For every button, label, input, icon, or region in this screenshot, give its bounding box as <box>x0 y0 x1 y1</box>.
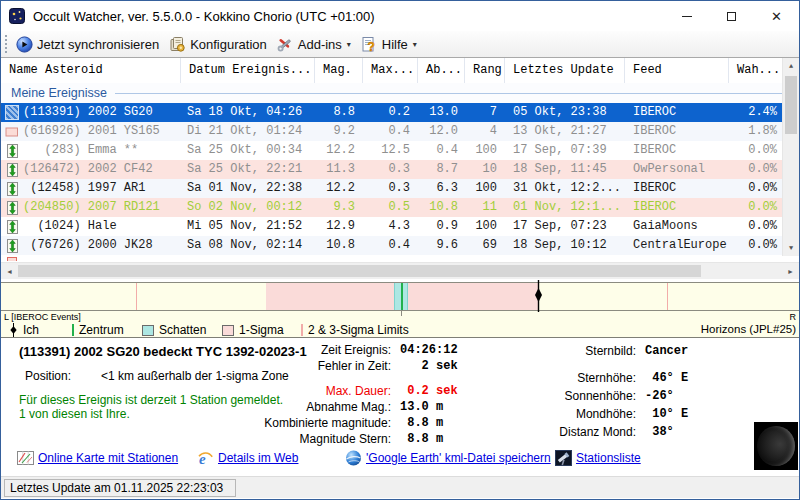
row-icon-cell <box>1 179 23 198</box>
toolbar: Jetzt synchronisierenKonfigurationAdd-in… <box>1 31 799 58</box>
detail-mid-label: Kombinierte magnitude: <box>151 415 391 431</box>
column-header-rang[interactable]: Rang <box>465 58 505 83</box>
station-arrows-icon <box>6 220 19 234</box>
cell-ab: 0.9 <box>418 217 465 236</box>
center-tick <box>401 311 402 316</box>
legend-label: Schatten <box>159 323 206 337</box>
detail-mid-label: Fehler in Zeit: <box>151 358 391 374</box>
column-header-max[interactable]: Max... <box>363 58 418 83</box>
toolbar-button-help[interactable]: ?Hilfe▾ <box>357 34 423 55</box>
center-line <box>401 283 403 310</box>
minimize-button[interactable] <box>664 1 709 31</box>
toolbar-button-configuration[interactable]: Konfiguration <box>165 34 273 55</box>
pinkbox-icon <box>222 325 234 336</box>
addins-icon <box>277 36 294 53</box>
table-row[interactable]: (283) Emma **Sa 25 Okt, 00:3412.212.50.4… <box>1 141 784 160</box>
row-icon-cell <box>1 217 23 236</box>
table-row[interactable]: (76726) 2000 JK28Sa 08 Nov, 02:1410.80.4… <box>1 236 784 255</box>
table-row[interactable]: (126472) 2002 CF42Sa 25 Okt, 22:2111.30.… <box>1 160 784 179</box>
detail-right-value: Cancer <box>636 342 688 360</box>
cyanbox-icon <box>142 325 154 336</box>
google-earth-icon <box>345 450 362 466</box>
group-header[interactable]: Meine Ereignisse <box>1 83 799 103</box>
column-header-mag[interactable]: Mag. <box>315 58 363 83</box>
station-arrows-icon <box>6 182 19 196</box>
detail-row: Mondhöhe: 10° E <box>499 405 688 423</box>
links-row: Online Karte mit StationeneDetails im We… <box>1 450 799 468</box>
column-header-ab[interactable]: Ab... <box>418 58 465 83</box>
station-note-2: 1 von diesen ist Ihre. <box>19 407 130 421</box>
detail-right-value: -26° <box>636 387 674 405</box>
cell-wahr: 1.8% <box>729 122 784 141</box>
column-header-date[interactable]: Datum Ereignis... <box>181 58 315 83</box>
column-header-wahr[interactable]: Wah... <box>729 58 784 83</box>
toolbar-button-label: Hilfe <box>382 37 408 52</box>
detail-mid-label: Magnitude Stern: <box>151 431 391 447</box>
vertical-scrollbar[interactable]: ▲ ▼ <box>782 58 799 256</box>
status-bar: Letztes Update am 01.11.2025 22:23:03 <box>1 476 799 498</box>
horizontal-scrollbar[interactable]: ◄ ► <box>1 262 799 279</box>
graph-plot-area <box>1 282 799 311</box>
cell-max: 12.5 <box>363 141 418 160</box>
scroll-right-icon[interactable]: ► <box>782 263 799 279</box>
table-row[interactable]: (113391) 2002 SG20Sa 18 Okt, 04:268.80.2… <box>1 103 784 122</box>
link-web-details[interactable]: eDetails im Web <box>197 450 298 466</box>
table-row[interactable]: (1024) HaleMi 05 Nov, 21:5212.94.30.9100… <box>1 217 784 236</box>
cell-update: 05 Okt, 23:38 <box>505 103 625 122</box>
vertical-scroll-thumb[interactable] <box>785 76 797 134</box>
cell-feed: IBEROC <box>625 122 729 141</box>
link-google-earth-kml[interactable]: 'Google Earth' kml-Datei speichern <box>345 450 551 466</box>
toolbar-grip[interactable] <box>5 35 7 53</box>
cell-mag: 9.3 <box>315 198 363 217</box>
cell-rang: 4 <box>465 122 505 141</box>
minimize-icon <box>682 16 692 17</box>
sync-icon <box>16 36 33 53</box>
link-station-list[interactable]: Stationsliste <box>555 450 641 466</box>
close-button[interactable]: ✕ <box>754 1 799 31</box>
detail-right-column: Sternbild:CancerSternhöhe: 46° ESonnenhö… <box>499 342 688 441</box>
cell-wahr: 0.0% <box>729 217 784 236</box>
cell-update: 01 Nov, 12:1... <box>505 198 625 217</box>
table-row[interactable]: (12458) 1997 AR1Sa 01 Nov, 22:3812.20.36… <box>1 179 784 198</box>
my-station-marker[interactable] <box>534 280 543 312</box>
cell-max: 0.4 <box>363 122 418 141</box>
toolbar-button-label: Add-ins <box>298 37 342 52</box>
cell-date: Mi 05 Nov, 21:52 <box>181 217 315 236</box>
scroll-up-icon[interactable]: ▲ <box>783 58 799 74</box>
cell-feed: GaiaMoons <box>625 217 729 236</box>
cell-name: (283) Emma ** <box>23 141 181 160</box>
table-row[interactable]: (616926) 2001 YS165Di 21 Okt, 01:249.20.… <box>1 122 784 141</box>
chevron-down-icon: ▾ <box>347 40 351 49</box>
cell-name: (126472) 2002 CF42 <box>23 160 181 179</box>
detail-right-label: Sonnenhöhe: <box>499 387 636 405</box>
scroll-down-icon[interactable]: ▼ <box>783 240 799 256</box>
link-label: 'Google Earth' kml-Datei speichern <box>366 451 551 465</box>
cell-name: (113391) 2002 SG20 <box>23 103 181 122</box>
cell-feed: IBEROC <box>625 103 729 122</box>
toolbar-button-sync[interactable]: Jetzt synchronisieren <box>12 34 165 55</box>
legend-item: 2 & 3-Sigma Limits <box>301 323 409 337</box>
scroll-left-icon[interactable]: ◄ <box>1 263 18 279</box>
detail-mid-value: 8.8 m <box>391 431 443 447</box>
link-online-map[interactable]: Online Karte mit Stationen <box>17 450 178 466</box>
detail-mid-value: 0.2 sek <box>391 383 458 399</box>
sigma23-line-left <box>136 283 137 310</box>
cell-ab: 0.4 <box>418 141 465 160</box>
cell-wahr: 0.0% <box>729 179 784 198</box>
toolbar-button-addins[interactable]: Add-ins▾ <box>273 34 357 55</box>
detail-right-value: 10° E <box>636 405 688 423</box>
column-header-name[interactable]: Name Asteroid <box>1 58 181 83</box>
maximize-button[interactable] <box>709 1 754 31</box>
cell-name: (616926) 2001 YS165 <box>23 122 181 141</box>
table-row[interactable]: (204850) 2007 RD121So 02 Nov, 00:129.30.… <box>1 198 784 217</box>
telescope-icon <box>555 450 572 466</box>
column-header-update[interactable]: Letztes Update <box>505 58 625 83</box>
cell-mag: 12.2 <box>315 141 363 160</box>
horizontal-scroll-thumb[interactable] <box>18 265 701 277</box>
cell-update: 17 Sep, 07:23 <box>505 217 625 236</box>
column-header-feed[interactable]: Feed <box>625 58 729 83</box>
app-icon <box>9 8 25 24</box>
event-details-panel: (113391) 2002 SG20 bedeckt TYC 1392-0202… <box>1 338 799 476</box>
cell-rang: 7 <box>465 103 505 122</box>
row-icon-cell <box>1 236 23 255</box>
